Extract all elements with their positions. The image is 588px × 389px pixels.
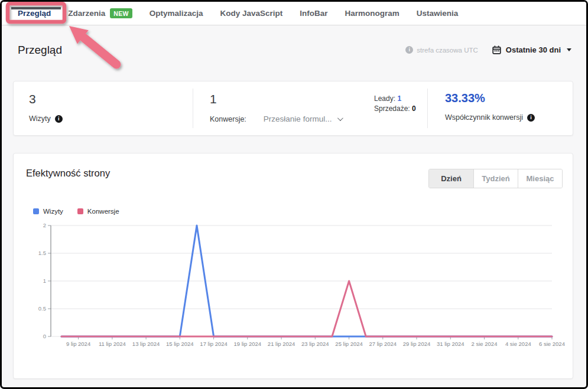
svg-text:9 lip 2024: 9 lip 2024 [66,341,90,347]
tab-optymalizacja[interactable]: Optymalizacja [150,9,203,18]
svg-text:23 lip 2024: 23 lip 2024 [301,341,329,347]
leads-sales-block: Leady: 1 Sprzedaże: 0 [374,94,416,114]
date-range-label: Ostatnie 30 dni [506,45,561,54]
timezone-note-label: strefa czasowa UTC [417,47,478,54]
wizyty-swatch-icon [33,208,39,214]
leads-label: Leady: [374,94,395,103]
chevron-down-icon [567,48,571,51]
svg-text:25 lip 2024: 25 lip 2024 [335,341,362,347]
divider [427,89,428,128]
page-performance-card: Efektywność strony Dzień Tydzień Miesiąc… [13,153,573,379]
tab-zdarzenia-label: Zdarzenia [68,9,105,18]
svg-text:1: 1 [43,277,46,284]
top-nav: Przegląd Zdarzenia NEW Optymalizacja Kod… [2,2,586,25]
tab-kody-javascript-label: Kody JavaScript [220,9,283,18]
calendar-icon [492,45,501,54]
timezone-note: i strefa czasowa UTC [405,46,478,54]
dashboard-window: Przegląd Zdarzenia NEW Optymalizacja Kod… [0,0,588,389]
conversions-value: 1 [210,92,217,106]
stats-summary-card: 3 Wizyty i 1 Konwersje: Przesłanie formu… [13,81,573,136]
tab-przeglad-label: Przegląd [18,9,51,18]
date-range-picker[interactable]: Ostatnie 30 dni [492,45,571,54]
svg-text:11 lip 2024: 11 lip 2024 [99,341,126,347]
chart-legend: Wizyty Konwersje [33,208,119,215]
svg-text:29 lip 2024: 29 lip 2024 [403,341,430,347]
tab-infobar-label: InfoBar [300,9,327,18]
svg-text:19 lip 2024: 19 lip 2024 [234,341,261,347]
chart-title: Efektywność strony [26,168,110,179]
conversion-goal-select[interactable]: Przesłanie formul... [264,115,342,123]
svg-text:2 sie 2024: 2 sie 2024 [472,341,498,347]
period-button-day[interactable]: Dzień [429,169,473,188]
tab-ustawienia[interactable]: Ustawienia [417,9,459,18]
svg-text:21 lip 2024: 21 lip 2024 [268,341,295,347]
svg-text:27 lip 2024: 27 lip 2024 [369,341,397,347]
tab-kody-javascript[interactable]: Kody JavaScript [220,9,283,18]
sales-row: Sprzedaże: 0 [374,104,416,114]
svg-text:1.5: 1.5 [38,250,46,256]
legend-konwersje-label: Konwersje [87,208,119,215]
konwersje-swatch-icon [77,208,83,214]
performance-chart-svg: 00.511.529 lip 202411 lip 202413 lip 202… [36,220,565,361]
page-title: Przegląd [18,44,62,57]
page-header: Przegląd i strefa czasowa UTC Ostatnie 3… [2,26,586,83]
tab-zdarzenia[interactable]: Zdarzenia NEW [68,8,132,18]
svg-text:6 sie 2024: 6 sie 2024 [539,341,565,347]
conversions-label: Konwersje: [210,115,246,123]
svg-text:17 lip 2024: 17 lip 2024 [200,341,227,347]
info-icon[interactable]: i [527,114,535,122]
leads-value: 1 [397,94,401,103]
chevron-down-icon [337,115,343,121]
tab-harmonogram-label: Harmonogram [345,9,399,18]
svg-text:0.5: 0.5 [38,305,46,312]
tab-przeglad[interactable]: Przegląd [18,9,51,18]
new-badge: NEW [110,8,132,18]
sales-value: 0 [412,104,416,113]
conversion-rate-label: Współczynnik konwersji [445,113,523,122]
visits-value: 3 [29,92,36,106]
sales-label: Sprzedaże: [374,104,410,113]
period-button-group: Dzień Tydzień Miesiąc [428,169,563,188]
svg-text:2: 2 [43,222,46,228]
legend-wizyty-label: Wizyty [43,208,63,215]
period-button-month[interactable]: Miesiąc [518,169,562,188]
tab-optymalizacja-label: Optymalizacja [150,9,203,18]
info-icon[interactable]: i [405,46,413,54]
legend-item-wizyty: Wizyty [33,208,63,215]
svg-text:31 lip 2024: 31 lip 2024 [437,341,464,347]
divider [193,89,193,128]
legend-item-konwersje: Konwersje [77,208,119,215]
tab-harmonogram[interactable]: Harmonogram [345,9,399,18]
info-icon[interactable]: i [55,115,63,123]
period-button-week[interactable]: Tydzień [473,169,518,188]
conversion-goal-value: Przesłanie formul... [264,115,332,123]
tab-infobar[interactable]: InfoBar [300,9,327,18]
svg-text:13 lip 2024: 13 lip 2024 [132,341,160,347]
performance-line-chart: 00.511.529 lip 202411 lip 202413 lip 202… [36,220,565,361]
svg-text:4 sie 2024: 4 sie 2024 [505,341,531,347]
conversion-rate-value: 33.33% [445,91,485,105]
tab-ustawienia-label: Ustawienia [417,9,459,18]
svg-text:15 lip 2024: 15 lip 2024 [166,341,193,347]
svg-text:0: 0 [43,333,46,339]
leads-row: Leady: 1 [374,94,416,104]
visits-label: Wizyty [29,115,51,123]
